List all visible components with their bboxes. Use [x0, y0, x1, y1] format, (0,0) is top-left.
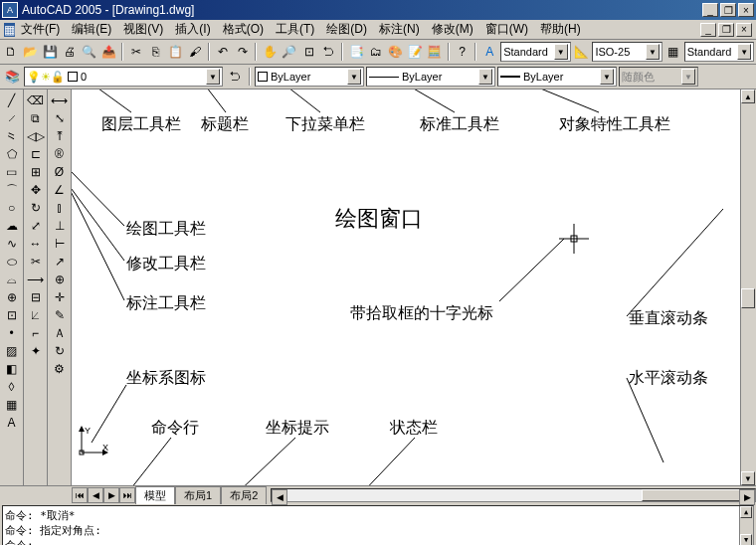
zoom-rt-icon[interactable]: 🔎 — [281, 42, 298, 62]
dimcontinue-icon[interactable]: ⊢ — [50, 235, 70, 253]
qleader-icon[interactable]: ↗ — [50, 253, 70, 271]
dimlinear-icon[interactable]: ⟷ — [50, 91, 70, 109]
pan-icon[interactable]: ✋ — [261, 42, 279, 62]
properties-icon[interactable]: 📑 — [347, 42, 365, 62]
menu-window[interactable]: 窗口(W) — [479, 19, 534, 40]
trim-icon[interactable]: ✂ — [26, 253, 46, 271]
horizontal-scrollbar[interactable]: ◀ ▶ — [271, 488, 756, 502]
dimstyle-btn-icon[interactable]: ⚙ — [50, 360, 70, 378]
paste-icon[interactable]: 📋 — [167, 42, 185, 62]
fillet-icon[interactable]: ⌐ — [26, 324, 46, 342]
line-icon[interactable]: ╱ — [2, 91, 22, 109]
revcloud-icon[interactable]: ☁ — [2, 217, 22, 235]
doc-restore-button[interactable]: ❐ — [718, 23, 734, 37]
break-icon[interactable]: ⊟ — [26, 288, 46, 306]
lineweight-combo[interactable]: ByLayer▼ — [497, 67, 617, 87]
tab-model[interactable]: 模型 — [135, 486, 175, 504]
ellipse-icon[interactable]: ⬭ — [2, 253, 22, 271]
erase-icon[interactable]: ⌫ — [26, 91, 46, 109]
insert-icon[interactable]: ⊕ — [2, 288, 22, 306]
table-icon[interactable]: ▦ — [2, 396, 22, 414]
stretch-icon[interactable]: ↔ — [26, 235, 46, 253]
preview-icon[interactable]: 🔍 — [81, 42, 98, 62]
chevron-down-icon[interactable]: ▼ — [478, 69, 492, 85]
calc-icon[interactable]: 🧮 — [426, 42, 444, 62]
region-icon[interactable]: ◊ — [2, 378, 22, 396]
close-button[interactable]: × — [738, 3, 754, 17]
scroll-thumb[interactable] — [741, 288, 755, 308]
menu-modify[interactable]: 修改(M) — [426, 19, 479, 40]
move-icon[interactable]: ✥ — [26, 181, 46, 199]
menu-format[interactable]: 格式(O) — [217, 19, 270, 40]
layer-prev-icon[interactable]: ⮌ — [225, 67, 245, 87]
scale-icon[interactable]: ⤢ — [26, 217, 46, 235]
dimordinate-icon[interactable]: ⤒ — [50, 127, 70, 145]
scroll-up-icon[interactable]: ▲ — [741, 90, 755, 103]
layer-combo[interactable]: 💡 ☀ 🔓 0 ▼ — [24, 67, 223, 87]
dim-style-combo[interactable]: ISO-25▼ — [592, 42, 662, 62]
tab-layout1[interactable]: 布局1 — [175, 486, 221, 504]
textstyle-icon[interactable]: A — [480, 42, 498, 62]
doc-close-button[interactable]: × — [736, 23, 752, 37]
offset-icon[interactable]: ⊏ — [26, 145, 46, 163]
circle-icon[interactable]: ○ — [2, 199, 22, 217]
doc-minimize-button[interactable]: _ — [700, 23, 716, 37]
copy-obj-icon[interactable]: ⧉ — [26, 109, 46, 127]
new-icon[interactable]: 🗋 — [2, 42, 20, 62]
gradient-icon[interactable]: ◧ — [2, 360, 22, 378]
menu-dim[interactable]: 标注(N) — [373, 19, 426, 40]
mirror-icon[interactable]: ◁▷ — [26, 127, 46, 145]
table-style-combo[interactable]: Standard▼ — [684, 42, 755, 62]
mtext-icon[interactable]: A — [2, 414, 22, 432]
scroll-down-icon[interactable]: ▼ — [740, 534, 752, 545]
dimdiameter-icon[interactable]: Ø — [50, 163, 70, 181]
text-style-combo[interactable]: Standard▼ — [500, 42, 571, 62]
copy-icon[interactable]: ⎘ — [147, 42, 165, 62]
block-icon[interactable]: ⊡ — [2, 306, 22, 324]
menu-help[interactable]: 帮助(H) — [534, 19, 587, 40]
zoom-prev-icon[interactable]: ⮌ — [320, 42, 338, 62]
color-combo[interactable]: ByLayer▼ — [255, 67, 364, 87]
dimstyle-icon[interactable]: 📐 — [573, 42, 591, 62]
help-icon[interactable]: ? — [454, 42, 472, 62]
rectangle-icon[interactable]: ▭ — [2, 163, 22, 181]
drawing-canvas[interactable]: 图层工具栏 标题栏 下拉菜单栏 标准工具栏 对象特性工具栏 绘图工具栏 修改工具… — [72, 90, 740, 485]
ellipsearc-icon[interactable]: ⌓ — [2, 271, 22, 288]
scroll-right-icon[interactable]: ▶ — [739, 489, 755, 505]
chevron-down-icon[interactable]: ▼ — [600, 69, 614, 85]
chevron-down-icon[interactable]: ▼ — [206, 69, 220, 85]
pline-icon[interactable]: ⺀ — [2, 127, 22, 145]
undo-icon[interactable]: ↶ — [214, 42, 232, 62]
publish-icon[interactable]: 📤 — [100, 42, 118, 62]
tab-next-icon[interactable]: ▶ — [103, 487, 119, 503]
hatch-icon[interactable]: ▨ — [2, 342, 22, 360]
tolerance-icon[interactable]: ⊕ — [50, 271, 70, 288]
dcenter-icon[interactable]: 🗂 — [367, 42, 385, 62]
chevron-down-icon[interactable]: ▼ — [554, 44, 568, 60]
xline-icon[interactable]: ⟋ — [2, 109, 22, 127]
dimbaseline-icon[interactable]: ⊥ — [50, 217, 70, 235]
tablestyle-icon[interactable]: ▦ — [664, 42, 682, 62]
point-icon[interactable]: • — [2, 324, 22, 342]
zoom-win-icon[interactable]: ⊡ — [300, 42, 318, 62]
chevron-down-icon[interactable]: ▼ — [646, 44, 660, 60]
menu-insert[interactable]: 插入(I) — [169, 19, 216, 40]
dimtedit-icon[interactable]: Ａ — [50, 324, 70, 342]
tab-prev-icon[interactable]: ◀ — [88, 487, 103, 503]
dimaligned-icon[interactable]: ⤡ — [50, 109, 70, 127]
save-icon[interactable]: 💾 — [41, 42, 59, 62]
qdim-icon[interactable]: ⫿ — [50, 199, 70, 217]
scroll-down-icon[interactable]: ▼ — [741, 471, 755, 485]
match-icon[interactable]: 🖌 — [186, 42, 204, 62]
chevron-down-icon[interactable]: ▼ — [737, 44, 751, 60]
menu-file[interactable]: 文件(F) — [15, 19, 66, 40]
menu-draw[interactable]: 绘图(D) — [320, 19, 373, 40]
dimradius-icon[interactable]: ® — [50, 145, 70, 163]
tab-last-icon[interactable]: ⏭ — [119, 487, 135, 503]
dimupdate-icon[interactable]: ↻ — [50, 342, 70, 360]
dimangular-icon[interactable]: ∠ — [50, 181, 70, 199]
linetype-combo[interactable]: ByLayer▼ — [366, 67, 495, 87]
array-icon[interactable]: ⊞ — [26, 163, 46, 181]
open-icon[interactable]: 📂 — [22, 42, 40, 62]
extend-icon[interactable]: ⟶ — [26, 271, 46, 288]
